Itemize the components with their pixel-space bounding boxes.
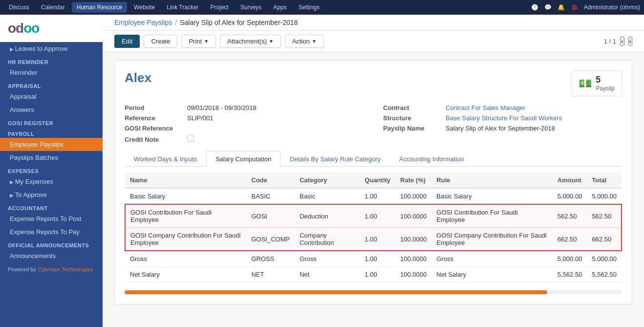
notification-icon[interactable]: 🔔 — [558, 4, 565, 11]
sidebar: odoo Leaves to Approve Hr Reminder Remin… — [0, 15, 103, 327]
col-total: Total — [587, 173, 622, 188]
top-navigation: Discuss Calendar Human Resource Website … — [0, 0, 644, 15]
table-row: Basic SalaryBASICBasic1.00100.0000Basic … — [125, 188, 622, 204]
payslip-card: Alex 💵 5 Payslip Period 09/01/2 — [114, 60, 632, 305]
edit-button[interactable]: Edit — [114, 35, 140, 48]
period-label: Period — [125, 104, 183, 111]
sidebar-item-answers[interactable]: Answers — [0, 103, 103, 116]
employee-name: Alex — [125, 70, 151, 86]
pagination-next[interactable]: › — [628, 37, 632, 46]
table-row: GrossGROSSGross1.00100.0000Gross5,000.00… — [125, 251, 622, 267]
reference-row: Reference SLIP/001 — [125, 114, 364, 122]
col-code: Code — [246, 173, 295, 188]
nav-surveys[interactable]: Surveys — [236, 2, 266, 13]
nav-website[interactable]: Website — [129, 2, 160, 13]
pagination-prev[interactable]: ‹ — [620, 37, 624, 46]
main-content: Employee Payslips / Salary Slip of Alex … — [103, 15, 644, 327]
table-row: GOSI Company Contribution For Saudi Empl… — [125, 228, 622, 251]
progress-bar-container — [125, 290, 622, 294]
table-header-row: Name Code Category Quantity Rate (%) Rul… — [125, 173, 622, 188]
contract-label: Contract — [383, 104, 442, 111]
logo-area: odoo — [0, 15, 103, 42]
tab-details-by-category[interactable]: Details By Salary Rule Category — [280, 151, 390, 167]
section-official-announcements: Official Announcements — [0, 239, 103, 249]
nav-apps[interactable]: Apps — [268, 2, 291, 13]
sidebar-item-expense-reports-to-post[interactable]: Expense Reports To Post — [0, 212, 103, 225]
section-accountant: Accountant — [0, 201, 103, 212]
sidebar-item-leaves-to-approve[interactable]: Leaves to Approve — [0, 42, 103, 55]
sidebar-item-to-approve[interactable]: To Approve — [0, 188, 103, 201]
breadcrumb: Employee Payslips / Salary Slip of Alex … — [103, 15, 644, 31]
sidebar-item-my-expenses[interactable]: My Expenses — [0, 175, 103, 188]
payslip-count-area: 5 Payslip — [596, 75, 615, 92]
toolbar: Edit Create Print ▼ Attachment(s) ▼ Acti… — [103, 31, 644, 52]
form-fields: Period 09/01/2018 - 09/30/2018 Reference… — [125, 104, 622, 143]
create-button[interactable]: Create — [144, 35, 177, 48]
payslip-name-label: Payslip Name — [383, 125, 442, 132]
section-gosi-register: GOSI Register — [0, 116, 103, 127]
action-button[interactable]: Action ▼ — [285, 35, 324, 48]
structure-row: Structure Base Salary Structure For Saud… — [383, 114, 622, 122]
sidebar-item-appraisal[interactable]: Appraisal — [0, 90, 103, 103]
bug-icon[interactable]: 🐞 — [571, 4, 578, 11]
clock-icon[interactable]: 🕐 — [531, 4, 538, 11]
tab-salary-computation[interactable]: Salary Computation — [206, 151, 280, 167]
sidebar-item-announcements[interactable]: Announcements — [0, 249, 103, 262]
payslip-icon: 💵 — [579, 77, 592, 90]
nav-calendar[interactable]: Calendar — [36, 2, 70, 13]
cybrosys-link[interactable]: Cybrosys Technologies — [38, 266, 93, 272]
nav-human-resource[interactable]: Human Resource — [72, 2, 127, 13]
payslip-badge[interactable]: 💵 5 Payslip — [571, 70, 622, 96]
powered-by: Powered by Cybrosys Technologies — [0, 262, 103, 276]
main-layout: odoo Leaves to Approve Hr Reminder Remin… — [0, 15, 644, 327]
payslip-name-value: Salary Slip of Alex for September-2018 — [446, 125, 555, 132]
nav-right-area: 🕐 💬 🔔 🐞 Administrator (ohrms) — [531, 4, 640, 11]
odoo-logo: odoo — [8, 21, 39, 36]
sidebar-item-employee-payslips[interactable]: Employee Payslips — [0, 138, 103, 151]
attachments-dropdown-arrow: ▼ — [269, 39, 274, 44]
payslip-label-text: Payslip — [596, 85, 615, 92]
col-rate: Rate (%) — [395, 173, 431, 188]
form-left: Period 09/01/2018 - 09/30/2018 Reference… — [125, 104, 364, 143]
user-menu[interactable]: Administrator (ohrms) — [584, 4, 640, 11]
employee-header: Alex 💵 5 Payslip — [125, 70, 622, 96]
breadcrumb-parent[interactable]: Employee Payslips — [114, 19, 172, 26]
attachments-button[interactable]: Attachment(s) ▼ — [220, 35, 281, 48]
nav-link-tracker[interactable]: Link Tracker — [162, 2, 203, 13]
table-row: GOSI Contribution For Saudi EmployeeGOSI… — [125, 204, 622, 228]
content-area: Alex 💵 5 Payslip Period 09/01/2 — [103, 52, 644, 327]
period-value: 09/01/2018 - 09/30/2018 — [187, 104, 257, 111]
reference-label: Reference — [125, 114, 183, 122]
col-rule: Rule — [431, 173, 552, 188]
credit-note-checkbox[interactable] — [187, 135, 194, 142]
tab-worked-days[interactable]: Worked Days & Inputs — [125, 151, 206, 167]
contract-value[interactable]: Contract For Sales Manager — [446, 104, 525, 111]
pagination-area: 1 / 1 ‹ › — [604, 37, 632, 46]
print-dropdown-arrow: ▼ — [204, 39, 209, 44]
form-right: Contract Contract For Sales Manager Stru… — [383, 104, 622, 143]
col-category: Category — [295, 173, 360, 188]
gosi-ref-label: GOSI Reference — [125, 125, 183, 132]
credit-note-row: Credit Note — [125, 135, 364, 143]
structure-label: Structure — [383, 114, 442, 122]
table-row: Net SalaryNETNet1.00100.0000Net Salary5,… — [125, 267, 622, 283]
section-expenses: Expenses — [0, 164, 103, 175]
period-row: Period 09/01/2018 - 09/30/2018 — [125, 104, 364, 111]
sidebar-item-payslips-batches[interactable]: Payslips Batches — [0, 151, 103, 164]
structure-value[interactable]: Base Salary Structure For Saudi Workers — [446, 114, 562, 122]
pagination-text: 1 / 1 — [604, 38, 616, 45]
section-appraisal: Appraisal — [0, 79, 103, 90]
sidebar-item-reminder[interactable]: Reminder — [0, 66, 103, 79]
col-name: Name — [125, 173, 246, 188]
section-payroll: Payroll — [0, 127, 103, 138]
progress-bar-fill — [125, 290, 547, 294]
nav-project[interactable]: Project — [206, 2, 234, 13]
tab-accounting-information[interactable]: Accounting Information — [390, 151, 473, 167]
nav-settings[interactable]: Settings — [294, 2, 324, 13]
chat-icon[interactable]: 💬 — [544, 4, 552, 11]
credit-note-label: Credit Note — [125, 136, 183, 143]
print-button[interactable]: Print ▼ — [181, 35, 216, 48]
nav-discuss[interactable]: Discuss — [4, 2, 34, 13]
sidebar-item-expense-reports-to-pay[interactable]: Expense Reports To Pay — [0, 225, 103, 239]
payslip-name-row: Payslip Name Salary Slip of Alex for Sep… — [383, 125, 622, 132]
